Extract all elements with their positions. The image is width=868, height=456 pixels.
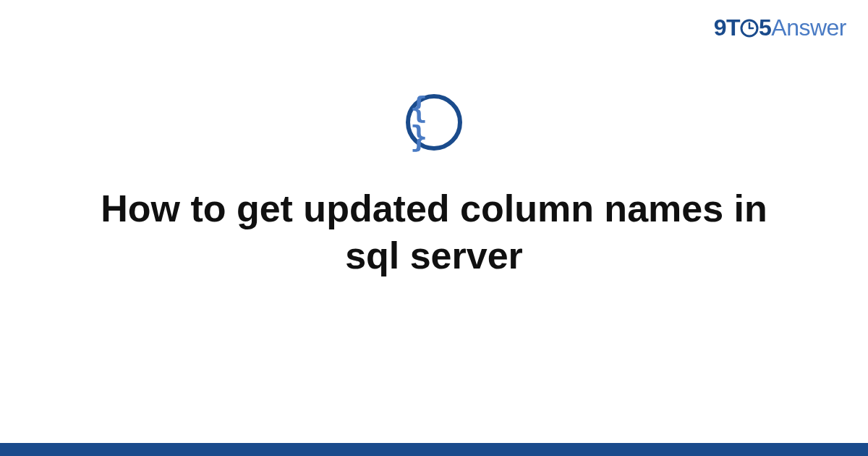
footer-bar [0,443,868,456]
clock-icon [740,19,759,38]
brand-suffix: Answer [771,14,846,41]
brand-prefix: 9T [714,14,740,41]
main-content: { } How to get updated column names in s… [0,94,868,279]
brand-logo: 9T5Answer [714,14,846,41]
code-braces-icon: { } [406,94,462,151]
braces-glyph: { } [410,93,458,151]
brand-middle: 5 [759,14,771,41]
page-title: How to get updated column names in sql s… [54,185,814,279]
